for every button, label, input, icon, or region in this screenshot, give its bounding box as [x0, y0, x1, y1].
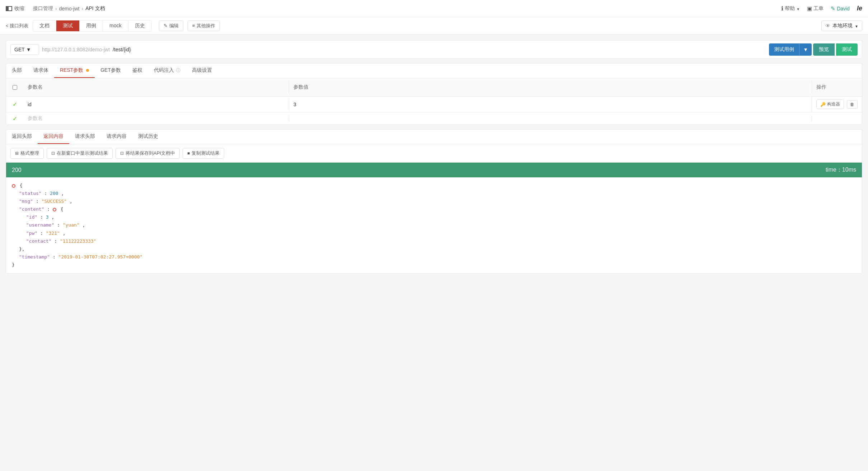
response-tab-content[interactable]: 返回内容: [38, 130, 69, 144]
base-url: http://127.0.0.1:8082/demo-jwt: [42, 47, 110, 52]
method-select[interactable]: GET ▼: [10, 44, 39, 55]
status-code: 200: [12, 167, 22, 173]
tab-case[interactable]: 用例: [80, 20, 103, 31]
open-window-button[interactable]: ⊡ 在新窗口中显示测试结果: [47, 148, 113, 159]
json-line-contact: "contact" : "11122223333": [26, 237, 856, 245]
new-row-action: [812, 116, 862, 121]
preview-button[interactable]: 预览: [813, 43, 835, 56]
save-icon: ⊡: [120, 151, 124, 156]
le-logo: Ie: [857, 5, 862, 12]
json-response: { "status" : 200 , "msg" : "SUCCESS" , "…: [6, 177, 862, 273]
response-actions: ⊞ 格式整理 ⊡ 在新窗口中显示测试结果 ⊡ 将结果保存到API文档中 ■ 复制…: [6, 144, 862, 163]
user-button[interactable]: ✎ David: [831, 5, 850, 12]
edit-icon: ✎: [164, 23, 168, 28]
breadcrumb-sep-1: ›: [55, 6, 57, 11]
params-tab-header[interactable]: 头部: [6, 64, 28, 78]
response-section: 返回头部 返回内容 请求头部 请求内容 测试历史 ⊞ 格式整理 ⊡ 在新窗口中显…: [6, 129, 862, 274]
top-nav-left: 收缩 接口管理 › demo-jwt › API 文档: [6, 5, 105, 12]
construct-button[interactable]: 🔑 构造器: [816, 99, 844, 109]
tab-history[interactable]: 历史: [128, 20, 151, 31]
new-row-value[interactable]: [289, 116, 812, 121]
test-button[interactable]: 测试: [836, 43, 858, 56]
collapse-icon: [6, 6, 12, 11]
param-value-input[interactable]: [293, 102, 807, 107]
method-arrow: ▼: [26, 47, 31, 52]
breadcrumb-item-2[interactable]: demo-jwt: [59, 6, 80, 11]
format-label: 格式整理: [20, 150, 39, 157]
key-icon: 🔑: [820, 102, 826, 107]
tab-test[interactable]: 测试: [56, 20, 80, 31]
workorder-button[interactable]: ▣ 工单: [807, 5, 824, 12]
delete-icon: 🗑: [850, 102, 854, 107]
workorder-icon: ▣: [807, 5, 812, 12]
param-name-input[interactable]: [28, 102, 284, 107]
list-icon: ≡: [192, 23, 195, 28]
copy-result-button[interactable]: ■ 复制测试结果: [183, 148, 224, 159]
test-case-arrow: ▼: [799, 44, 812, 55]
json-line-msg: "msg" : "SUCCESS" ,: [19, 197, 856, 205]
save-result-button[interactable]: ⊡ 将结果保存到API文档中: [115, 148, 180, 159]
more-button[interactable]: ≡ 其他操作: [188, 20, 220, 31]
test-case-label: 测试用例: [769, 43, 799, 56]
tab-mock[interactable]: mock: [103, 20, 128, 31]
breadcrumb-item-1[interactable]: 接口管理: [33, 5, 53, 12]
json-line-1: {: [12, 182, 856, 190]
tab-doc[interactable]: 文档: [33, 20, 56, 31]
collapse-button[interactable]: 收缩: [6, 5, 24, 12]
status-bar: 200 time：10ms: [6, 163, 862, 177]
preview-label: 预览: [819, 46, 829, 52]
json-line-timestamp: "timestamp" : "2019-01-30T07:02:27.957+0…: [19, 253, 856, 261]
new-row-check: ✓: [6, 115, 23, 122]
json-line-id: "id" : 3 ,: [26, 213, 856, 221]
code-info-icon: ⓘ: [176, 68, 180, 73]
method-label: GET: [14, 47, 25, 52]
params-tab-get[interactable]: GET参数: [95, 64, 127, 78]
row-param-value: [289, 99, 812, 110]
breadcrumb: 接口管理 › demo-jwt › API 文档: [33, 5, 105, 12]
new-row-name: 参数名: [23, 112, 289, 125]
secondary-toolbar: < 接口列表 文档 测试 用例 mock 历史 ✎ 编辑 ≡ 其他操作 👁 本地…: [0, 17, 868, 34]
row-check: ✓: [6, 101, 23, 108]
test-case-button[interactable]: 测试用例 ▼: [769, 43, 812, 56]
response-tab-test-history[interactable]: 测试历史: [132, 130, 164, 144]
params-tab-auth[interactable]: 鉴权: [127, 64, 148, 78]
help-button[interactable]: ℹ 帮助: [781, 5, 800, 12]
copy-result-label: 复制测试结果: [192, 150, 220, 157]
params-section: 头部 请求体 REST参数 GET参数 鉴权 代码注入 ⓘ 高级设置 参数名 参…: [6, 63, 862, 125]
help-label: 帮助: [785, 5, 795, 12]
response-tab-req-header[interactable]: 请求头部: [69, 130, 101, 144]
expand-content-icon[interactable]: [53, 208, 56, 211]
new-param-row: ✓ 参数名: [6, 112, 862, 125]
edit-button[interactable]: ✎ 编辑: [159, 20, 183, 31]
time-label: time：10ms: [826, 166, 856, 174]
user-icon: ✎: [831, 5, 835, 12]
expand-root-icon[interactable]: [12, 184, 15, 188]
json-line-status: "status" : 200 ,: [19, 190, 856, 197]
params-tab-group: 头部 请求体 REST参数 GET参数 鉴权 代码注入 ⓘ 高级设置: [6, 64, 862, 78]
response-tab-header[interactable]: 返回头部: [6, 130, 38, 144]
rest-dot-indicator: [86, 69, 89, 72]
env-selector[interactable]: 👁 本地环境: [821, 20, 862, 31]
params-tab-code[interactable]: 代码注入 ⓘ: [148, 64, 186, 78]
chevron-down-icon: [796, 6, 800, 11]
response-tab-req-content[interactable]: 请求内容: [101, 130, 132, 144]
edit-label: 编辑: [169, 23, 179, 29]
params-tab-advanced[interactable]: 高级设置: [186, 64, 218, 78]
checked-icon[interactable]: ✓: [13, 101, 17, 108]
json-line-content: "content" : {: [19, 205, 856, 213]
back-button[interactable]: < 接口列表: [6, 23, 28, 29]
format-button[interactable]: ⊞ 格式整理: [10, 148, 44, 159]
collapse-label: 收缩: [14, 5, 24, 12]
top-nav: 收缩 接口管理 › demo-jwt › API 文档 ℹ 帮助 ▣ 工单 ✎ …: [0, 0, 868, 17]
params-tab-rest[interactable]: REST参数: [54, 64, 95, 78]
delete-button[interactable]: 🗑: [847, 100, 858, 109]
info-icon: ℹ: [781, 5, 783, 12]
new-checked-icon[interactable]: ✓: [13, 115, 17, 122]
more-label: 其他操作: [197, 23, 215, 29]
window-icon: ⊡: [51, 151, 55, 156]
params-tab-body[interactable]: 请求体: [28, 64, 54, 78]
eye-icon: 👁: [825, 23, 830, 29]
back-label: < 接口列表: [6, 23, 28, 29]
chevron-down-icon: [855, 23, 858, 29]
select-all-checkbox[interactable]: [13, 85, 17, 90]
